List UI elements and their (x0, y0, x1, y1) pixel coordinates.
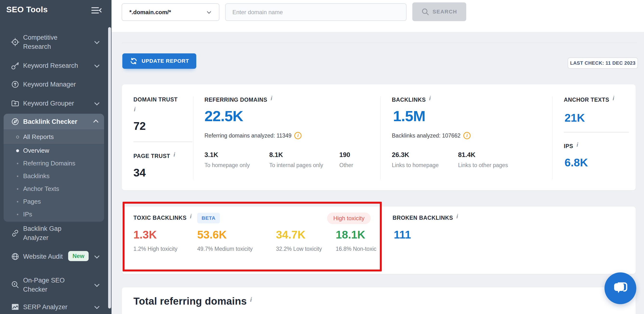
non-toxic-share: 16.8% Non-toxic (336, 245, 385, 253)
sidebar-item-competitive-research[interactable]: Competitive Research (0, 31, 108, 53)
sidebar-subitem-backlinks[interactable]: Backlinks (4, 170, 104, 182)
info-icon[interactable]: i (271, 95, 272, 101)
backlinks-value: 1.5M (393, 108, 425, 125)
info-icon[interactable]: i (576, 141, 578, 148)
chevron-up-icon (93, 120, 98, 125)
active-bullet-icon (16, 149, 19, 152)
compass-icon (10, 117, 20, 126)
content-divider (122, 43, 637, 43)
search-button[interactable]: SEARCH (412, 2, 466, 21)
bullet-icon (17, 188, 18, 190)
sidebar-item-backlink-gap-analyzer[interactable]: Backlink Gap Analyzer (0, 226, 108, 240)
sidebar-subitem-referring-domains[interactable]: Referring Domains (4, 157, 104, 170)
refresh-icon (130, 57, 138, 65)
sidebar-subitem-ips[interactable]: IPs (4, 208, 104, 221)
info-icon[interactable]: i (429, 95, 431, 101)
referring-domains-value: 22.5K (204, 108, 243, 125)
subitem-label: Pages (23, 198, 41, 205)
domain-input[interactable] (225, 3, 406, 21)
divider (564, 132, 629, 133)
low-toxicity-share: 32.2% Low toxicity (276, 245, 325, 253)
info-icon[interactable]: i (613, 95, 614, 101)
new-badge: New (68, 251, 89, 261)
page-search-icon (10, 280, 20, 290)
domain-trust-value: 72 (134, 120, 146, 133)
info-circle-icon[interactable]: i (463, 132, 470, 139)
search-icon (422, 8, 429, 16)
sidebar-item-label: Backlink Checker (23, 117, 85, 126)
page-trust-label: PAGE TRUSTi (134, 153, 175, 159)
topbar: *.domain.com/* SEARCH (112, 0, 644, 32)
breakdown-item: 81.4K Links to other pages (458, 151, 526, 169)
last-check-badge: LAST CHECK: 11 DEC 2023 (568, 57, 638, 69)
subitem-label: Anchor Texts (23, 185, 59, 193)
breakdown-item: 26.3K Links to homepage (392, 151, 452, 169)
subitem-label: Overview (23, 147, 49, 154)
breakdown-item: 8.1K To internal pages only (269, 151, 334, 169)
ips-value: 6.8K (564, 156, 588, 169)
collapse-sidebar-icon[interactable] (90, 6, 102, 15)
info-icon[interactable]: i (250, 296, 252, 303)
sidebar-item-label: Backlink Gap Analyzer (23, 224, 85, 243)
referring-domains-label: REFERRING DOMAINSi (204, 96, 272, 103)
overview-metrics-card: DOMAIN TRUST i 72 PAGE TRUSTi 34 REFERRI… (122, 84, 636, 190)
medium-toxicity-share: 49.7% Medium toxicity (197, 245, 254, 253)
backlinks-analyzed: Backlinks analyzed: 107662 i (392, 132, 470, 139)
section-title: Total referring domainsi (134, 296, 252, 307)
bullet-icon (16, 136, 19, 139)
sidebar-item-website-audit[interactable]: Website Audit New (0, 246, 108, 267)
sidebar-item-backlink-checker[interactable]: Backlink Checker (4, 114, 104, 130)
info-icon[interactable]: i (456, 213, 458, 219)
sidebar-item-keyword-research[interactable]: Keyword Research (0, 59, 108, 73)
bullet-icon (17, 163, 18, 164)
chevron-down-icon (94, 100, 100, 105)
divider (134, 142, 192, 142)
chevron-down-icon (207, 9, 211, 13)
folder-plus-icon (10, 99, 20, 108)
chevron-down-icon (94, 39, 100, 44)
domain-scope-select[interactable]: *.domain.com/* (122, 3, 220, 21)
subitem-label: IPs (23, 211, 32, 218)
info-icon[interactable]: i (134, 106, 136, 113)
globe-icon (10, 252, 20, 261)
broken-backlinks-value: 111 (394, 228, 411, 241)
sidebar-subitem-overview[interactable]: Overview (4, 144, 104, 157)
referring-domains-analyzed: Referring domains analyzed: 11349 i (204, 132, 302, 139)
sidebar-scrollbar[interactable] (108, 27, 111, 309)
chain-link-icon (10, 229, 20, 238)
info-icon[interactable]: i (174, 151, 175, 158)
broken-backlinks-label: BROKEN BACKLINKSi (392, 214, 458, 221)
sidebar-item-label: Competitive Research (23, 33, 85, 51)
search-button-label: SEARCH (432, 9, 457, 15)
chat-launcher-button[interactable] (604, 272, 636, 304)
sidebar-item-on-page-seo-checker[interactable]: On-Page SEO Checker (0, 274, 108, 296)
backlink-checker-overview-page: SEO Tools Competitive Research Keyword R… (0, 0, 644, 314)
sidebar-subitem-pages[interactable]: Pages (4, 195, 104, 208)
sidebar-item-keyword-manager[interactable]: Keyword Manager (0, 77, 108, 91)
sidebar-subitem-all-reports[interactable]: All Reports (4, 130, 104, 144)
breakdown-item: 190 Other (339, 151, 376, 169)
subitem-label: All Reports (23, 133, 54, 141)
toxicity-status-badge: High toxicity (327, 213, 371, 224)
bullet-icon (17, 175, 18, 177)
subitem-label: Backlinks (23, 172, 50, 180)
breakdown-item: 3.1K To homepage only (204, 151, 265, 169)
chevron-down-icon (94, 304, 100, 309)
divider (552, 96, 552, 179)
chat-bubbles-icon (612, 279, 629, 297)
sidebar-item-keyword-grouper[interactable]: Keyword Grouper (0, 96, 108, 110)
sidebar-item-serp-analyzer[interactable]: SERP Analyzer (0, 300, 108, 314)
sidebar-item-label: SERP Analyzer (23, 303, 85, 312)
sidebar-subitem-anchor-texts[interactable]: Anchor Texts (4, 182, 104, 195)
info-icon[interactable]: i (190, 213, 192, 219)
domain-trust-label: DOMAIN TRUST (134, 96, 178, 103)
target-icon (10, 37, 20, 47)
ips-label: IPSi (564, 143, 578, 150)
info-circle-icon[interactable]: i (294, 132, 302, 139)
update-report-button[interactable]: UPDATE REPORT (122, 53, 196, 69)
high-toxicity-value: 1.3K (134, 228, 157, 241)
medium-toxicity-value: 53.6K (197, 228, 227, 241)
circle-arrow-up-icon (10, 80, 20, 89)
toxic-broken-backlinks-card: TOXIC BACKLINKSi BETA High toxicity 1.3K… (122, 206, 636, 274)
chevron-down-icon (94, 282, 100, 287)
